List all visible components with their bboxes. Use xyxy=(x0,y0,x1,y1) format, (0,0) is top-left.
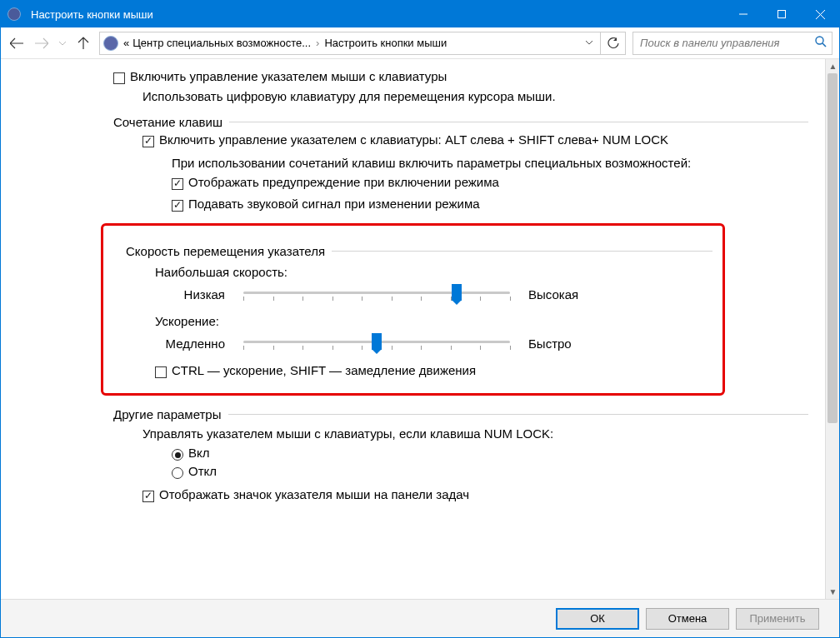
accel-fast-label: Быстро xyxy=(523,336,598,351)
hotkey-desc: При использовании сочетаний клавиш включ… xyxy=(172,156,808,170)
search-icon[interactable] xyxy=(815,36,827,50)
breadcrumb[interactable]: « Центр специальных возможносте... › Нас… xyxy=(99,32,601,55)
numlock-label: Управлять указателем мыши с клавиатуры, … xyxy=(142,426,808,441)
show-warning-label: Отображать предупреждение при включении … xyxy=(188,175,499,189)
accel-label: Ускорение: xyxy=(155,314,712,328)
breadcrumb-dropdown[interactable] xyxy=(582,37,597,49)
svg-rect-1 xyxy=(778,11,786,18)
enable-mouse-keys-checkbox[interactable] xyxy=(113,72,125,84)
numlock-off-label: Откл xyxy=(188,464,217,478)
other-group: Другие параметры xyxy=(113,407,808,421)
numlock-off-radio[interactable] xyxy=(172,467,183,479)
search-box[interactable] xyxy=(632,32,832,55)
top-speed-slider[interactable] xyxy=(243,282,510,306)
top-speed-low-label: Низкая xyxy=(155,287,230,302)
svg-line-5 xyxy=(822,43,826,47)
breadcrumb-prefix: « xyxy=(123,37,129,49)
enable-mouse-keys-label: Включить управление указателем мыши с кл… xyxy=(130,69,447,83)
speed-group: Скорость перемещения указателя xyxy=(126,244,712,258)
scroll-thumb[interactable] xyxy=(828,73,838,423)
enable-mouse-keys-desc: Использовать цифровую клавиатуру для пер… xyxy=(142,89,808,103)
show-warning-checkbox[interactable] xyxy=(172,178,183,190)
navbar: « Центр специальных возможносте... › Нас… xyxy=(1,27,839,59)
accel-thumb[interactable] xyxy=(372,333,382,350)
window-icon xyxy=(1,7,28,21)
breadcrumb-part-2[interactable]: Настроить кнопки мыши xyxy=(324,37,447,49)
tray-icon-label: Отображать значок указателя мыши на пане… xyxy=(159,487,469,501)
window-title: Настроить кнопки мыши xyxy=(28,8,724,21)
apply-button[interactable]: Применить xyxy=(736,608,819,630)
numlock-on-label: Вкл xyxy=(188,446,210,460)
play-sound-checkbox[interactable] xyxy=(172,200,183,212)
top-speed-label: Наибольшая скорость: xyxy=(155,265,712,279)
up-button[interactable] xyxy=(74,34,92,52)
refresh-button[interactable] xyxy=(601,32,626,55)
hotkey-enable-checkbox[interactable] xyxy=(142,136,154,147)
tray-icon-checkbox[interactable] xyxy=(142,491,154,502)
ctrl-shift-label: CTRL — ускорение, SHIFT — замедление дви… xyxy=(172,363,476,377)
ctrl-shift-checkbox[interactable] xyxy=(155,366,167,378)
top-speed-thumb[interactable] xyxy=(452,284,462,301)
back-button[interactable] xyxy=(8,34,26,52)
numlock-on-radio[interactable] xyxy=(172,449,183,461)
forward-button[interactable] xyxy=(32,34,51,52)
breadcrumb-part-1[interactable]: Центр специальных возможносте... xyxy=(132,37,311,49)
search-input[interactable] xyxy=(638,36,815,50)
top-speed-high-label: Высокая xyxy=(523,287,598,302)
ease-of-access-icon xyxy=(103,36,118,51)
svg-point-4 xyxy=(816,37,823,44)
hotkeys-group: Сочетание клавиш xyxy=(113,115,808,129)
hotkey-enable-label: Включить управление указателем с клавиат… xyxy=(159,132,668,147)
vertical-scrollbar[interactable]: ▲ ▼ xyxy=(825,59,839,599)
content-area: Включить управление указателем мыши с кл… xyxy=(1,59,839,599)
ok-button[interactable]: ОК xyxy=(556,608,639,630)
control-panel-window: Настроить кнопки мыши « Ц xyxy=(0,0,840,638)
close-button[interactable] xyxy=(801,1,839,27)
maximize-button[interactable] xyxy=(762,1,801,27)
minimize-button[interactable] xyxy=(724,1,762,27)
accel-slider[interactable] xyxy=(243,331,510,355)
play-sound-label: Подавать звуковой сигнал при изменении р… xyxy=(188,197,480,211)
titlebar: Настроить кнопки мыши xyxy=(1,1,839,27)
pointer-speed-highlight: Скорость перемещения указателя Наибольша… xyxy=(101,223,725,396)
chevron-right-icon[interactable]: › xyxy=(311,37,324,49)
cancel-button[interactable]: Отмена xyxy=(646,608,729,630)
scroll-down-button[interactable]: ▼ xyxy=(826,585,839,599)
recent-dropdown[interactable] xyxy=(58,34,68,52)
scroll-up-button[interactable]: ▲ xyxy=(826,59,839,73)
accel-slow-label: Медленно xyxy=(155,336,230,351)
dialog-footer: ОК Отмена Применить xyxy=(1,599,839,637)
